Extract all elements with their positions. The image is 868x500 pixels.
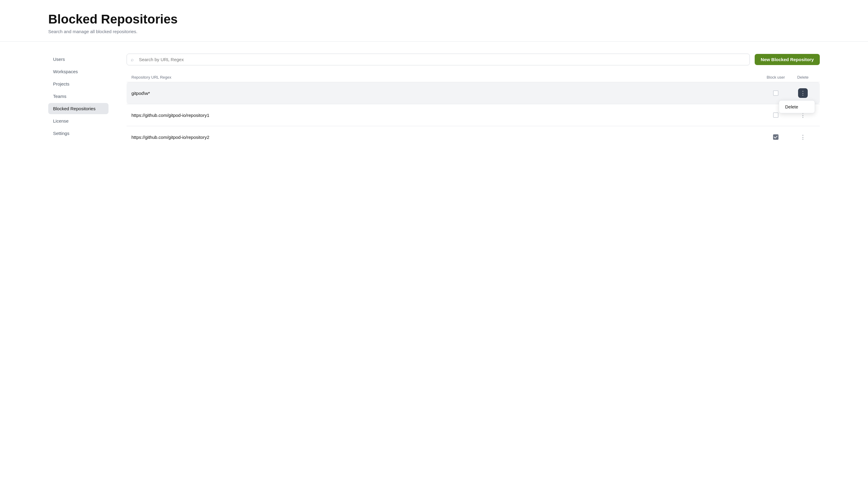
repo-url-cell: gitpod\w*	[131, 91, 761, 96]
table-header: Repository URL Regex Block user Delete	[126, 72, 820, 82]
page-title: Blocked Repositories	[48, 12, 820, 26]
row-menu-button[interactable]: ⋮	[798, 88, 808, 98]
sidebar-item-blocked-repositories[interactable]: Blocked Repositories	[48, 103, 109, 114]
repo-url-cell: https://github.com/gitpod-io/repository2	[131, 135, 761, 140]
sidebar-item-settings[interactable]: Settings	[48, 128, 109, 139]
block-user-checkbox[interactable]	[773, 134, 779, 140]
col-block-user: Block user	[761, 75, 791, 80]
actions-cell: ⋮	[791, 132, 815, 142]
sidebar: UsersWorkspacesProjectsTeamsBlocked Repo…	[48, 54, 109, 148]
content-area: ⌕ New Blocked Repository Repository URL …	[126, 54, 820, 148]
table-row: https://github.com/gitpod-io/repository2…	[126, 126, 820, 148]
col-delete: Delete	[791, 75, 815, 80]
search-input[interactable]	[126, 54, 750, 65]
sidebar-item-license[interactable]: License	[48, 115, 109, 126]
repo-url-cell: https://github.com/gitpod-io/repository1	[131, 113, 761, 118]
sidebar-item-teams[interactable]: Teams	[48, 91, 109, 102]
col-url: Repository URL Regex	[131, 75, 761, 80]
row-menu-button[interactable]: ⋮	[798, 132, 808, 142]
table-row: gitpod\w*⋮Delete	[126, 82, 820, 104]
block-user-checkbox[interactable]	[773, 112, 779, 118]
delete-menu-item[interactable]: Delete	[779, 101, 815, 113]
main-layout: UsersWorkspacesProjectsTeamsBlocked Repo…	[0, 42, 868, 160]
page-subtitle: Search and manage all blocked repositori…	[48, 29, 820, 34]
table-body: gitpod\w*⋮Deletehttps://github.com/gitpo…	[126, 82, 820, 148]
block-user-cell	[761, 134, 791, 140]
row-dropdown-menu: Delete	[779, 100, 815, 113]
page-header: Blocked Repositories Search and manage a…	[0, 0, 868, 42]
block-user-checkbox[interactable]	[773, 90, 779, 96]
block-user-cell	[761, 90, 791, 96]
table-row: https://github.com/gitpod-io/repository1…	[126, 104, 820, 126]
actions-cell: ⋮	[791, 88, 815, 98]
new-blocked-repository-button[interactable]: New Blocked Repository	[755, 54, 820, 65]
search-wrapper: ⌕	[126, 54, 750, 65]
sidebar-item-workspaces[interactable]: Workspaces	[48, 66, 109, 77]
search-icon: ⌕	[131, 57, 134, 62]
toolbar: ⌕ New Blocked Repository	[126, 54, 820, 65]
sidebar-item-projects[interactable]: Projects	[48, 78, 109, 90]
sidebar-item-users[interactable]: Users	[48, 54, 109, 65]
